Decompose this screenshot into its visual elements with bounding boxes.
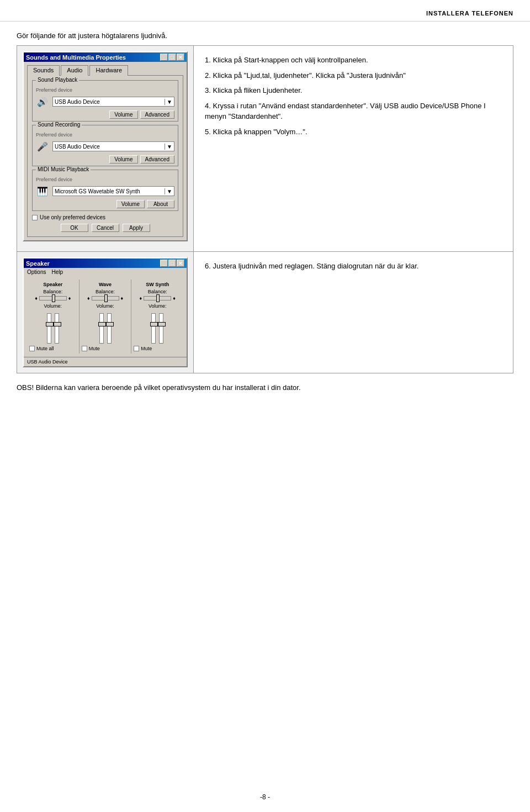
midi-section: MIDI Music Playback Preferred device 🎹 M… — [32, 170, 178, 211]
speaker-columns: Speaker Balance: ♦ ♦ Volume: — [27, 280, 183, 354]
midi-device-dropdown[interactable]: Microsoft GS Wavetable SW Synth ▼ — [52, 186, 174, 196]
obs-note: OBS! Bilderna kan variera beroende på vi… — [0, 373, 530, 402]
minimize-button[interactable]: _ — [160, 54, 168, 61]
recording-body: 🎤 USB Audio Device ▼ — [36, 140, 174, 153]
sounds-multimedia-dialog: Sounds and Multimedia Properties _ □ ✕ S… — [23, 51, 188, 241]
page-header: INSTALLERA TELEFONEN — [0, 0, 530, 22]
speaker-footer-text: USB Audio Device — [27, 359, 68, 365]
dropdown-arrow2: ▼ — [165, 144, 172, 150]
step-5: 5. Klicka på knappen "Volym…". — [205, 126, 502, 138]
speaker-titlebar-controls: _ □ ✕ — [160, 260, 184, 267]
dropdown-arrow: ▼ — [165, 99, 172, 105]
col0-slider-left[interactable] — [47, 313, 51, 344]
col2-thumb-right — [158, 322, 166, 326]
dialog1-bottom-buttons: OK Cancel Apply — [32, 224, 178, 232]
col1-thumb-left — [98, 322, 106, 326]
col2-sliders — [151, 310, 163, 344]
tab-audio[interactable]: Audio — [61, 65, 88, 76]
speaker-titlebar: Speaker _ □ ✕ — [24, 259, 187, 268]
col2-volume-area: Volume: — [134, 303, 181, 344]
col1-slider-right[interactable] — [107, 313, 112, 344]
step-2: 2. Klicka på "Ljud,tal, ljudenheter". Kl… — [205, 70, 502, 81]
col1-mute-checkbox[interactable] — [82, 346, 87, 351]
menu-options[interactable]: Options — [27, 269, 46, 275]
playback-buttons: Volume Advanced — [36, 110, 174, 119]
midi-volume-button[interactable]: Volume — [116, 200, 145, 208]
speaker-col-0: Speaker Balance: ♦ ♦ Volume: — [27, 280, 80, 354]
tab-hardware[interactable]: Hardware — [89, 65, 128, 76]
speaker-menubar: Options Help — [24, 268, 187, 276]
intro-text: Gör följande för att justera högtalarens… — [0, 22, 530, 45]
page-number: -8 - — [260, 793, 270, 801]
step-6: 6. Justera ljudnivån med reglagen. Stäng… — [205, 261, 502, 272]
playback-pref-label: Preferred device — [36, 87, 174, 93]
col2-slider-left[interactable] — [151, 313, 156, 344]
col2-thumb-left — [150, 322, 158, 326]
col0-slider-right[interactable] — [55, 313, 59, 344]
intro-content: Gör följande för att justera högtalarens… — [17, 31, 167, 40]
col2-mute-row: Mute — [134, 346, 181, 351]
col1-balance-right: ♦ — [121, 296, 124, 301]
step-1: 1. Klicka på Start-knappen och välj kont… — [205, 55, 502, 66]
instructions-top: 1. Klicka på Start-knappen och välj kont… — [194, 46, 513, 251]
recording-buttons: Volume Advanced — [36, 155, 174, 164]
col1-volume-area: Volume: — [82, 303, 129, 344]
col1-mute-row: Mute — [82, 346, 129, 351]
playback-volume-button[interactable]: Volume — [109, 110, 137, 119]
col0-volume-label: Volume: — [44, 303, 62, 309]
dialog2-screenshot: Speaker _ □ ✕ Options Help — [17, 252, 194, 373]
speaker-col-2: SW Synth Balance: ♦ ♦ Volume: — [131, 280, 183, 354]
col0-mute-row: Mute all — [29, 346, 77, 351]
col2-title: SW Synth — [134, 282, 181, 287]
midi-icon: 🎹 — [36, 184, 49, 198]
playback-device-value: USB Audio Device — [55, 99, 100, 105]
col1-thumb-right — [106, 322, 114, 326]
col2-mute-checkbox[interactable] — [134, 346, 139, 351]
sound-recording-section: Sound Recording Preferred device 🎤 USB A… — [32, 125, 178, 166]
dialog1-screenshot: Sounds and Multimedia Properties _ □ ✕ S… — [17, 46, 194, 251]
apply-button[interactable]: Apply — [123, 224, 150, 232]
tab-content: Sound Playback Preferred device 🔊 USB Au… — [27, 75, 183, 237]
col1-slider-left[interactable] — [99, 313, 104, 344]
midi-buttons: Volume About — [36, 200, 174, 208]
speaker-restore[interactable]: □ — [168, 260, 176, 267]
ok-button[interactable]: OK — [61, 224, 88, 232]
checkbox-row: Use only preferred devices — [32, 214, 178, 220]
sound-playback-section: Sound Playback Preferred device 🔊 USB Au… — [32, 80, 178, 122]
col0-balance-right: ♦ — [68, 296, 71, 301]
col0-mute-checkbox[interactable] — [29, 346, 35, 351]
tab-sounds[interactable]: Sounds — [27, 65, 60, 76]
menu-help[interactable]: Help — [51, 269, 63, 275]
playback-device-dropdown[interactable]: USB Audio Device ▼ — [52, 97, 174, 107]
col1-mute-label: Mute — [89, 346, 100, 351]
speaker-close[interactable]: ✕ — [177, 260, 184, 267]
midi-about-button[interactable]: About — [147, 200, 174, 208]
preferred-devices-checkbox[interactable] — [32, 215, 38, 220]
instruction-list-top: 1. Klicka på Start-knappen och välj kont… — [205, 55, 502, 137]
col0-balance-row: ♦ ♦ — [29, 296, 77, 301]
top-content-row: Sounds and Multimedia Properties _ □ ✕ S… — [17, 45, 513, 252]
recording-advanced-button[interactable]: Advanced — [140, 155, 174, 164]
step-3: 3. Klicka på fliken Ljudenheter. — [205, 85, 502, 96]
col0-thumb-right — [54, 322, 61, 326]
col2-slider-right[interactable] — [159, 313, 163, 344]
recording-volume-button[interactable]: Volume — [109, 155, 137, 164]
speaker-dialog: Speaker _ □ ✕ Options Help — [23, 257, 188, 367]
recording-device-dropdown[interactable]: USB Audio Device ▼ — [52, 141, 174, 151]
speaker-footer: USB Audio Device — [24, 357, 187, 366]
speaker-minimize[interactable]: _ — [160, 260, 168, 267]
playback-advanced-button[interactable]: Advanced — [140, 110, 174, 119]
col1-volume-label: Volume: — [96, 303, 114, 309]
instruction-list-bottom: 6. Justera ljudnivån med reglagen. Stäng… — [205, 261, 502, 272]
restore-button[interactable]: □ — [168, 54, 176, 61]
sound-recording-label: Sound Recording — [36, 122, 82, 128]
col2-volume-label: Volume: — [149, 303, 167, 309]
cancel-button[interactable]: Cancel — [92, 224, 119, 232]
titlebar-controls: _ □ ✕ — [160, 54, 184, 61]
dropdown-arrow3: ▼ — [165, 188, 172, 194]
recording-pref-label: Preferred device — [36, 132, 174, 138]
checkbox-label: Use only preferred devices — [40, 214, 105, 220]
col1-title: Wave — [82, 282, 129, 287]
close-button[interactable]: ✕ — [177, 54, 184, 61]
sound-playback-label: Sound Playback — [36, 77, 79, 83]
